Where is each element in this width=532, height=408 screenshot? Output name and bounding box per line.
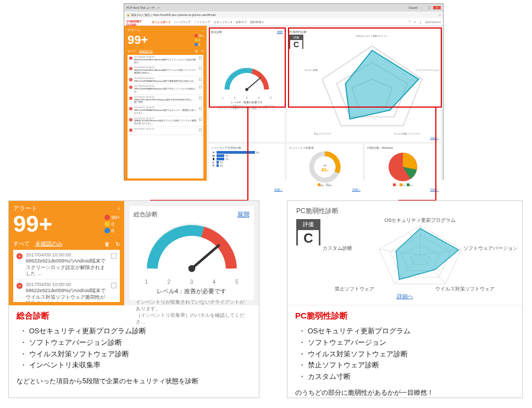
zoom-pc-tile-title: PC脆弱性診断: [296, 206, 513, 216]
tile-pc-title: PC脆弱性診断: [289, 30, 307, 33]
alert-list[interactable]: × 2017/04/09 10:00:0068622e921de058%のAnd…: [128, 55, 203, 178]
alert-item[interactable]: × 2017/04/09 10:00:0068622e921de058%のAnd…: [128, 55, 203, 65]
filter-all[interactable]: すべて: [128, 49, 136, 53]
url-input[interactable]: [153, 13, 436, 16]
zoom-alert-list[interactable]: × 2017/04/09 10:00:0068622e921de058%のAnd…: [13, 250, 120, 302]
alert-item[interactable]: × 2017/04/07 18:01:00DESKTOP-18V5CPHのWin…: [128, 95, 203, 105]
connector-line: [435, 108, 436, 201]
pie-chart: [367, 150, 439, 183]
donut-unit: %: [326, 169, 329, 172]
brand-bar: CYBERNET CLOUD ダッシュボード ハードウェア ソフトウェア セキュ…: [124, 18, 443, 26]
trash-icon[interactable]: 🗑: [195, 49, 198, 53]
svg-point-9: [188, 265, 195, 272]
alert-item[interactable]: × 2017/03/25 00:00:00WN7-64-HONMA01Windo…: [128, 84, 203, 94]
error-icon: ×: [129, 67, 132, 70]
zoom-sogo-tile: 総合診断 展開 1 2 3 4 5 レベル4：改善が必要で: [129, 205, 254, 301]
alert-checkbox[interactable]: [199, 86, 202, 88]
hw-type-icon: 🖥: [211, 151, 215, 154]
chevron-left-icon[interactable]: ‹: [118, 205, 120, 211]
gauge-note-2: ［インベントリ収集率］のパネルを確認してくださ…: [217, 108, 276, 110]
error-dot-icon: [195, 34, 198, 37]
window-maximize-icon[interactable]: ☐: [425, 6, 433, 9]
zoom-sogo-expand[interactable]: 展開: [237, 210, 250, 219]
nav-hardware[interactable]: ハードウェア: [174, 20, 191, 24]
alert-checkbox[interactable]: [199, 97, 202, 99]
radar-axis-label: 禁止ソフトウェア: [314, 132, 331, 135]
nav-software[interactable]: ソフトウェア: [194, 20, 210, 24]
grade-label: 評価: [290, 36, 302, 39]
alert-checkbox[interactable]: [111, 253, 117, 259]
radar-axis-label: 禁止ソフトウェア: [335, 286, 374, 293]
nav-dashboard[interactable]: ダッシュボード: [152, 20, 171, 24]
nav-security[interactable]: セキュリティ ▾: [214, 20, 232, 24]
error-icon: ×: [129, 97, 132, 100]
alert-checkbox[interactable]: [199, 128, 202, 131]
window-minimize-icon[interactable]: −: [418, 6, 425, 9]
svg-line-8: [192, 245, 219, 269]
bullet-item: OSセキュリティ更新プログラム診断: [20, 326, 251, 337]
refresh-icon[interactable]: ↻: [115, 241, 120, 247]
hw-type-icon: 🛢: [211, 164, 215, 167]
theme-icon[interactable]: ✦: [414, 20, 416, 24]
alert-checkbox[interactable]: [111, 283, 117, 288]
hw-value: 1台: [225, 154, 229, 157]
alert-item[interactable]: × 2017/04/07 10:19:12NBEM-1415001Windows…: [128, 116, 203, 127]
radar-axis-label: ソフトウェアバージョン: [463, 245, 518, 252]
info-dot-icon: [195, 43, 198, 46]
radar-axis-label: OSセキュリティ更新プログラム: [384, 217, 456, 224]
zoom-filter-all[interactable]: すべて: [13, 240, 30, 248]
tile-sogo: 総合診断展開 1 2 3 4 5: [209, 28, 285, 142]
tile-pc-link[interactable]: 詳細へ: [430, 136, 439, 139]
legend-item: 4台: [318, 183, 324, 187]
gauge-tick: 2: [234, 96, 236, 99]
nav-oplog[interactable]: 操作ログ: [236, 20, 247, 24]
hw-bar: [217, 164, 219, 167]
warn-dot-icon: [195, 38, 198, 42]
zoom-filter-unread[interactable]: 未確認のみ: [35, 240, 63, 248]
alert-item[interactable]: × 2017/04/09 10:00:0068622e921de058%のAnd…: [128, 65, 203, 76]
radar-axis-label: OSセキュリティ更新プログラム: [356, 35, 388, 37]
alert-checkbox[interactable]: [199, 78, 202, 81]
tile-sogo-expand[interactable]: 展開: [277, 30, 282, 33]
radar-chart: OSセキュリティ更新プログラム ソフトウェアバージョン ウイルス対策ソフトウェア…: [306, 35, 439, 135]
error-icon: ×: [129, 78, 132, 81]
tile-hw-link[interactable]: 詳細へ: [274, 188, 282, 191]
alert-item[interactable]: × 2017/04/09 10:00:0068622e921de058%のAnd…: [13, 250, 120, 280]
hw-bar: [217, 151, 255, 154]
donut-pct: 41: [321, 167, 326, 172]
tile-inv-link[interactable]: 詳細へ: [352, 188, 361, 191]
zoom-panel-pc: PC脆弱性診断 評価 C OSセキュリティ更新プログラム: [287, 200, 523, 398]
refresh-icon[interactable]: ↻: [201, 49, 203, 53]
filter-unread[interactable]: 未確認のみ: [139, 49, 153, 53]
alert-checkbox[interactable]: [199, 67, 202, 70]
window-close-icon[interactable]: ×: [433, 6, 441, 9]
alert-info-count: 0: [199, 43, 201, 46]
gauge-tick: 4: [213, 279, 216, 285]
hw-value: 6台: [256, 151, 259, 154]
trash-icon[interactable]: 🗑: [104, 241, 110, 247]
help-icon[interactable]: ?: [409, 20, 411, 24]
alert-checkbox[interactable]: [199, 118, 202, 121]
download-icon[interactable]: ⭳: [419, 20, 422, 24]
tile-hardware: ハードウェア分類別台数 🖥 6台 💻 1台 📱 1台 🖨 0台 🛢 0台 詳細へ: [209, 144, 285, 193]
nav-contract[interactable]: 契約管理 ▾: [250, 20, 263, 24]
main-nav: ダッシュボード ハードウェア ソフトウェア セキュリティ ▾ 操作ログ 契約管理…: [152, 20, 406, 24]
chevron-left-icon[interactable]: ‹: [202, 29, 203, 32]
brand-logo: CYBERNET CLOUD: [126, 20, 148, 24]
hw-row: 📱 1台: [211, 158, 282, 160]
alert-checkbox[interactable]: [199, 57, 202, 59]
alert-checkbox[interactable]: [199, 107, 202, 110]
star-icon[interactable]: ☆: [439, 13, 441, 16]
alert-item[interactable]: × 2017/04/09 10:00:0068622e921de058%のAnd…: [13, 280, 120, 302]
tile-os-link[interactable]: 詳細へ: [430, 188, 439, 191]
zoom-pc-link[interactable]: 詳細へ: [296, 293, 513, 300]
user-menu[interactable]: qtechadmins: [425, 20, 441, 24]
alert-item[interactable]: × 2017/04/07 18:00:00WN7-64-HONMA01Windo…: [128, 105, 203, 116]
hw-bar: [217, 154, 224, 157]
window-titlebar: PCH Ver.6 Trial ユーザ… × Satoshi − ☐ ×: [124, 4, 443, 12]
alert-item[interactable]: × 2017/04/09 00:00:00WN7-64-HONMA01Windo…: [128, 76, 203, 85]
lock-icon: 🔒: [126, 13, 130, 16]
zoom-right-description: PC脆弱性診断 OSセキュリティ更新プログラムソフトウェアバージョンウイルス対策…: [287, 305, 522, 403]
alert-item[interactable]: × 2017/04/07 10:02:13…: [128, 127, 203, 135]
gauge-tick: 3: [190, 279, 193, 285]
